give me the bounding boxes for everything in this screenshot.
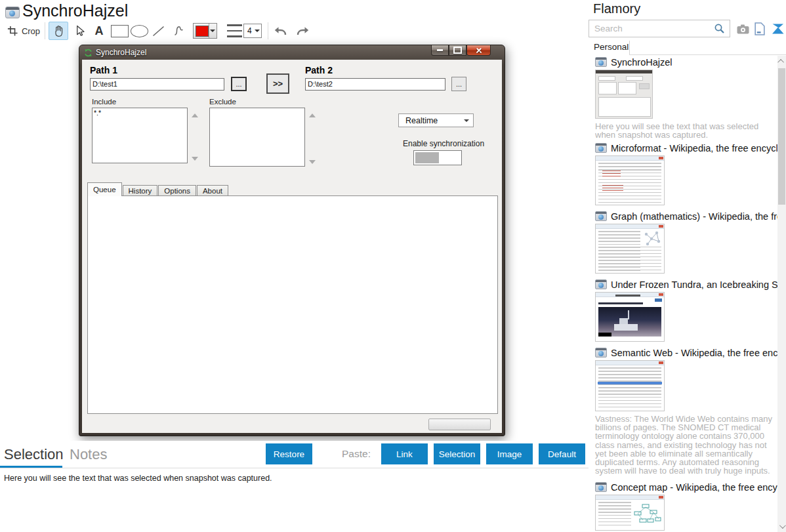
thumb-list <box>598 82 617 94</box>
close-button-icon <box>466 45 491 56</box>
snapshot-page-icon <box>595 279 607 289</box>
restore-button[interactable]: Restore <box>266 443 312 464</box>
snapshot-page-icon <box>595 143 607 153</box>
snapshot-page-icon <box>595 211 607 221</box>
thumb-subscribe-button <box>655 298 662 302</box>
chevron-up-icon <box>777 59 784 66</box>
item-thumbnail[interactable] <box>595 495 665 531</box>
exclude-scroll-up-icon <box>309 113 316 117</box>
freehand-tool-button[interactable] <box>168 22 188 40</box>
line-width-dropdown[interactable]: 4 <box>243 24 262 38</box>
bottom-panel: Selection Notes Here you will see the te… <box>0 441 589 532</box>
paste-default-button[interactable]: Default <box>539 443 585 464</box>
maximize-button-icon <box>449 45 466 56</box>
paste-link-button[interactable]: Link <box>381 443 428 464</box>
scrollbar-thumb[interactable] <box>778 68 785 205</box>
freehand-tool-icon <box>172 24 184 37</box>
tab-notes[interactable]: Notes <box>70 446 107 463</box>
annotation-toolbar: Crop A 4 <box>0 21 589 41</box>
item-title: Concept map - Wikipedia, the free encycl… <box>611 482 777 493</box>
item-thumbnail[interactable] <box>595 70 653 119</box>
selection-text: Here you will see the text that was sele… <box>4 474 272 483</box>
icon-globe <box>598 146 604 152</box>
thumb-play-bar <box>598 333 611 337</box>
line-tool-button[interactable] <box>148 22 168 40</box>
icon-globe <box>598 215 604 220</box>
exclude-label: Exclude <box>209 98 236 106</box>
list-item-graph-mathematics[interactable]: Graph (mathematics) - Wikipedia, the fre… <box>595 211 777 274</box>
search-input[interactable] <box>589 20 718 37</box>
snapshot-page-icon <box>595 482 607 492</box>
item-thumbnail[interactable] <box>595 224 665 274</box>
progress-bar <box>428 419 491 430</box>
hand-tool-icon <box>52 24 65 38</box>
include-item: *.* <box>94 109 101 117</box>
include-label: Include <box>92 98 116 106</box>
ellipse-tool-icon <box>131 25 148 37</box>
caret-down-icon <box>464 119 469 122</box>
screenshot-window-title: SynchroHajzel <box>96 48 146 57</box>
list-item-semantic-web[interactable]: Semantic Web - Wikipedia, the free encyc… <box>595 347 777 476</box>
tab-border <box>629 54 786 55</box>
capture-button[interactable] <box>735 22 750 36</box>
redo-button[interactable] <box>292 22 312 40</box>
paste-image-button[interactable]: Image <box>486 443 533 464</box>
screenshot-window[interactable]: SynchroHajzel Path 1 D:\test1 ... >> Pat… <box>79 45 505 436</box>
select-tool-button[interactable] <box>70 22 89 40</box>
crop-icon <box>7 26 18 36</box>
item-thumbnail[interactable] <box>595 155 665 205</box>
new-note-button[interactable] <box>753 22 767 36</box>
tab-selection[interactable]: Selection <box>4 446 64 463</box>
color-dropdown-arrow <box>209 24 217 38</box>
path1-textbox: D:\test1 <box>90 78 224 91</box>
thumb-concept-map-doodle <box>632 503 661 527</box>
scroll-down-button[interactable] <box>777 521 786 532</box>
camera-icon <box>737 24 749 34</box>
text-tool-icon: A <box>95 24 104 38</box>
flamory-logo-button[interactable] <box>770 22 785 36</box>
item-header: Microformat - Wikipedia, the free encycl… <box>595 142 777 153</box>
sidebar-scrollbar[interactable] <box>777 56 786 532</box>
crop-button-label: Crop <box>22 26 40 36</box>
paste-selection-button[interactable]: Selection <box>434 443 480 464</box>
list-item-under-frozen-tundra[interactable]: Under Frozen Tundra, an Icebreaking Ship… <box>595 279 777 342</box>
item-thumbnail[interactable] <box>595 360 665 411</box>
thumb-browser-chrome <box>596 495 664 500</box>
ellipse-tool-button[interactable] <box>129 22 150 40</box>
text-tool-button[interactable]: A <box>90 22 108 40</box>
screenshot-window-buttons <box>431 45 491 56</box>
toolbar-separator <box>45 22 45 39</box>
item-thumbnail[interactable] <box>595 292 665 342</box>
minimize-glyph <box>437 49 443 51</box>
line-width-bar <box>227 30 242 32</box>
queue-tab-panel <box>87 195 498 414</box>
scroll-up-button[interactable] <box>777 56 786 67</box>
undo-button[interactable] <box>272 22 291 40</box>
color-picker-dropdown[interactable] <box>193 23 217 39</box>
list-item-concept-map[interactable]: Concept map - Wikipedia, the free encycl… <box>595 481 777 531</box>
thumb-toggle <box>639 83 650 89</box>
tab-personal[interactable]: Personal <box>590 40 633 54</box>
include-scroll-down-icon <box>192 157 198 161</box>
crop-button[interactable]: Crop <box>5 22 42 40</box>
line-width-bar <box>227 35 242 37</box>
exclude-scroll-down-icon <box>309 160 316 164</box>
search-icon[interactable] <box>714 23 726 35</box>
include-scroll-up-icon <box>192 113 198 117</box>
thumb-graph-doodle <box>642 230 662 247</box>
redo-icon <box>295 25 309 37</box>
caret-down-icon <box>210 30 215 32</box>
thumb-ship-hull <box>614 324 638 331</box>
icon-bar <box>596 483 606 485</box>
list-item-synchrohajzel[interactable]: SynchroHajzel Here you will see the text… <box>595 56 777 140</box>
search-box <box>589 20 730 37</box>
toolbar-separator <box>268 22 268 39</box>
editor-canvas[interactable]: SynchroHajzel Path 1 D:\test1 ... >> Pat… <box>0 41 589 441</box>
enable-sync-label: Enable synchronization <box>403 139 484 148</box>
close-glyph <box>475 47 483 54</box>
thumb-list <box>618 82 636 94</box>
thumb-headline <box>598 302 643 304</box>
hand-tool-button[interactable] <box>49 22 68 40</box>
rectangle-tool-button[interactable] <box>109 22 130 40</box>
list-item-microformat[interactable]: Microformat - Wikipedia, the free encycl… <box>595 142 777 205</box>
